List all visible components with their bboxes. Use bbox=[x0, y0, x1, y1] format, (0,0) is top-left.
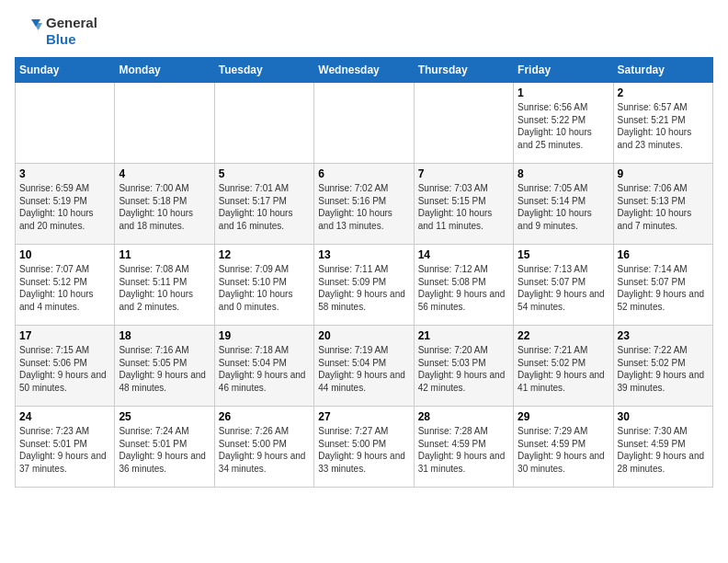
calendar-cell bbox=[115, 83, 214, 164]
day-number: 29 bbox=[518, 410, 609, 423]
day-number: 5 bbox=[219, 167, 310, 180]
day-info: Sunrise: 7:02 AM Sunset: 5:16 PM Dayligh… bbox=[318, 182, 409, 232]
calendar-cell: 2Sunrise: 6:57 AM Sunset: 5:21 PM Daylig… bbox=[613, 83, 712, 164]
calendar-cell: 4Sunrise: 7:00 AM Sunset: 5:18 PM Daylig… bbox=[115, 164, 214, 245]
day-number: 15 bbox=[518, 248, 609, 261]
day-number: 21 bbox=[418, 329, 509, 342]
calendar-cell: 13Sunrise: 7:11 AM Sunset: 5:09 PM Dayli… bbox=[314, 245, 414, 326]
calendar-cell bbox=[314, 83, 414, 164]
calendar-cell: 19Sunrise: 7:18 AM Sunset: 5:04 PM Dayli… bbox=[214, 326, 313, 407]
day-number: 6 bbox=[318, 167, 409, 180]
calendar-cell: 22Sunrise: 7:21 AM Sunset: 5:02 PM Dayli… bbox=[514, 326, 613, 407]
calendar-cell: 5Sunrise: 7:01 AM Sunset: 5:17 PM Daylig… bbox=[214, 164, 313, 245]
day-number: 25 bbox=[119, 410, 210, 423]
calendar-cell: 14Sunrise: 7:12 AM Sunset: 5:08 PM Dayli… bbox=[414, 245, 513, 326]
logo-general: General bbox=[46, 15, 97, 31]
calendar-cell bbox=[214, 83, 313, 164]
calendar-cell: 12Sunrise: 7:09 AM Sunset: 5:10 PM Dayli… bbox=[214, 245, 313, 326]
day-info: Sunrise: 7:30 AM Sunset: 4:59 PM Dayligh… bbox=[618, 425, 709, 475]
day-number: 7 bbox=[418, 167, 509, 180]
calendar-cell: 26Sunrise: 7:26 AM Sunset: 5:00 PM Dayli… bbox=[214, 407, 313, 488]
day-info: Sunrise: 7:13 AM Sunset: 5:07 PM Dayligh… bbox=[518, 263, 609, 313]
calendar-header: SundayMondayTuesdayWednesdayThursdayFrid… bbox=[16, 58, 713, 83]
day-info: Sunrise: 7:05 AM Sunset: 5:14 PM Dayligh… bbox=[518, 182, 609, 232]
day-info: Sunrise: 7:18 AM Sunset: 5:04 PM Dayligh… bbox=[219, 344, 310, 394]
day-info: Sunrise: 7:15 AM Sunset: 5:06 PM Dayligh… bbox=[19, 344, 110, 394]
svg-marker-1 bbox=[34, 23, 42, 30]
day-number: 16 bbox=[618, 248, 709, 261]
calendar-cell: 6Sunrise: 7:02 AM Sunset: 5:16 PM Daylig… bbox=[314, 164, 414, 245]
day-info: Sunrise: 7:07 AM Sunset: 5:12 PM Dayligh… bbox=[19, 263, 110, 313]
day-number: 10 bbox=[19, 248, 110, 261]
calendar-cell: 20Sunrise: 7:19 AM Sunset: 5:04 PM Dayli… bbox=[314, 326, 414, 407]
day-number: 20 bbox=[318, 329, 409, 342]
day-info: Sunrise: 7:09 AM Sunset: 5:10 PM Dayligh… bbox=[219, 263, 310, 313]
calendar-cell: 8Sunrise: 7:05 AM Sunset: 5:14 PM Daylig… bbox=[514, 164, 613, 245]
weekday-header: Saturday bbox=[613, 58, 712, 83]
logo: General Blue bbox=[15, 15, 97, 48]
day-number: 24 bbox=[19, 410, 110, 423]
day-number: 12 bbox=[219, 248, 310, 261]
calendar-cell: 23Sunrise: 7:22 AM Sunset: 5:02 PM Dayli… bbox=[613, 326, 712, 407]
weekday-header: Tuesday bbox=[214, 58, 313, 83]
day-number: 27 bbox=[318, 410, 409, 423]
day-info: Sunrise: 6:56 AM Sunset: 5:22 PM Dayligh… bbox=[518, 101, 609, 151]
calendar-cell bbox=[414, 83, 513, 164]
day-number: 13 bbox=[318, 248, 409, 261]
day-info: Sunrise: 7:29 AM Sunset: 4:59 PM Dayligh… bbox=[518, 425, 609, 475]
calendar-cell bbox=[16, 83, 115, 164]
day-info: Sunrise: 7:28 AM Sunset: 4:59 PM Dayligh… bbox=[418, 425, 509, 475]
day-info: Sunrise: 7:19 AM Sunset: 5:04 PM Dayligh… bbox=[318, 344, 409, 394]
logo-svg bbox=[15, 17, 42, 45]
day-number: 11 bbox=[119, 248, 210, 261]
day-number: 4 bbox=[119, 167, 210, 180]
calendar-cell: 11Sunrise: 7:08 AM Sunset: 5:11 PM Dayli… bbox=[115, 245, 214, 326]
weekday-header: Friday bbox=[514, 58, 613, 83]
weekday-header: Sunday bbox=[16, 58, 115, 83]
day-number: 1 bbox=[518, 86, 609, 99]
day-info: Sunrise: 7:11 AM Sunset: 5:09 PM Dayligh… bbox=[318, 263, 409, 313]
day-info: Sunrise: 7:01 AM Sunset: 5:17 PM Dayligh… bbox=[219, 182, 310, 232]
day-number: 30 bbox=[618, 410, 709, 423]
day-info: Sunrise: 7:26 AM Sunset: 5:00 PM Dayligh… bbox=[219, 425, 310, 475]
calendar-cell: 9Sunrise: 7:06 AM Sunset: 5:13 PM Daylig… bbox=[613, 164, 712, 245]
calendar-cell: 18Sunrise: 7:16 AM Sunset: 5:05 PM Dayli… bbox=[115, 326, 214, 407]
day-info: Sunrise: 6:57 AM Sunset: 5:21 PM Dayligh… bbox=[618, 101, 709, 151]
day-number: 17 bbox=[19, 329, 110, 342]
weekday-header: Monday bbox=[115, 58, 214, 83]
day-number: 14 bbox=[418, 248, 509, 261]
day-number: 19 bbox=[219, 329, 310, 342]
day-info: Sunrise: 7:03 AM Sunset: 5:15 PM Dayligh… bbox=[418, 182, 509, 232]
day-info: Sunrise: 7:27 AM Sunset: 5:00 PM Dayligh… bbox=[318, 425, 409, 475]
weekday-header: Wednesday bbox=[314, 58, 414, 83]
calendar-cell: 25Sunrise: 7:24 AM Sunset: 5:01 PM Dayli… bbox=[115, 407, 214, 488]
day-number: 18 bbox=[119, 329, 210, 342]
day-number: 2 bbox=[618, 86, 709, 99]
calendar-table: SundayMondayTuesdayWednesdayThursdayFrid… bbox=[15, 57, 713, 488]
calendar-cell: 1Sunrise: 6:56 AM Sunset: 5:22 PM Daylig… bbox=[514, 83, 613, 164]
calendar-cell: 21Sunrise: 7:20 AM Sunset: 5:03 PM Dayli… bbox=[414, 326, 513, 407]
calendar-cell: 17Sunrise: 7:15 AM Sunset: 5:06 PM Dayli… bbox=[16, 326, 115, 407]
day-info: Sunrise: 7:23 AM Sunset: 5:01 PM Dayligh… bbox=[19, 425, 110, 475]
calendar-cell: 27Sunrise: 7:27 AM Sunset: 5:00 PM Dayli… bbox=[314, 407, 414, 488]
day-info: Sunrise: 7:00 AM Sunset: 5:18 PM Dayligh… bbox=[119, 182, 210, 232]
calendar-cell: 30Sunrise: 7:30 AM Sunset: 4:59 PM Dayli… bbox=[613, 407, 712, 488]
day-info: Sunrise: 7:06 AM Sunset: 5:13 PM Dayligh… bbox=[618, 182, 709, 232]
day-number: 9 bbox=[618, 167, 709, 180]
day-number: 23 bbox=[618, 329, 709, 342]
logo-blue: Blue bbox=[46, 31, 97, 48]
calendar-cell: 15Sunrise: 7:13 AM Sunset: 5:07 PM Dayli… bbox=[514, 245, 613, 326]
day-number: 8 bbox=[518, 167, 609, 180]
calendar-cell: 16Sunrise: 7:14 AM Sunset: 5:07 PM Dayli… bbox=[613, 245, 712, 326]
calendar-cell: 3Sunrise: 6:59 AM Sunset: 5:19 PM Daylig… bbox=[16, 164, 115, 245]
calendar-cell: 29Sunrise: 7:29 AM Sunset: 4:59 PM Dayli… bbox=[514, 407, 613, 488]
page-header: General Blue bbox=[15, 15, 713, 48]
day-info: Sunrise: 7:12 AM Sunset: 5:08 PM Dayligh… bbox=[418, 263, 509, 313]
day-info: Sunrise: 6:59 AM Sunset: 5:19 PM Dayligh… bbox=[19, 182, 110, 232]
day-number: 26 bbox=[219, 410, 310, 423]
day-info: Sunrise: 7:08 AM Sunset: 5:11 PM Dayligh… bbox=[119, 263, 210, 313]
day-info: Sunrise: 7:22 AM Sunset: 5:02 PM Dayligh… bbox=[618, 344, 709, 394]
day-info: Sunrise: 7:16 AM Sunset: 5:05 PM Dayligh… bbox=[119, 344, 210, 394]
calendar-cell: 28Sunrise: 7:28 AM Sunset: 4:59 PM Dayli… bbox=[414, 407, 513, 488]
day-number: 3 bbox=[19, 167, 110, 180]
